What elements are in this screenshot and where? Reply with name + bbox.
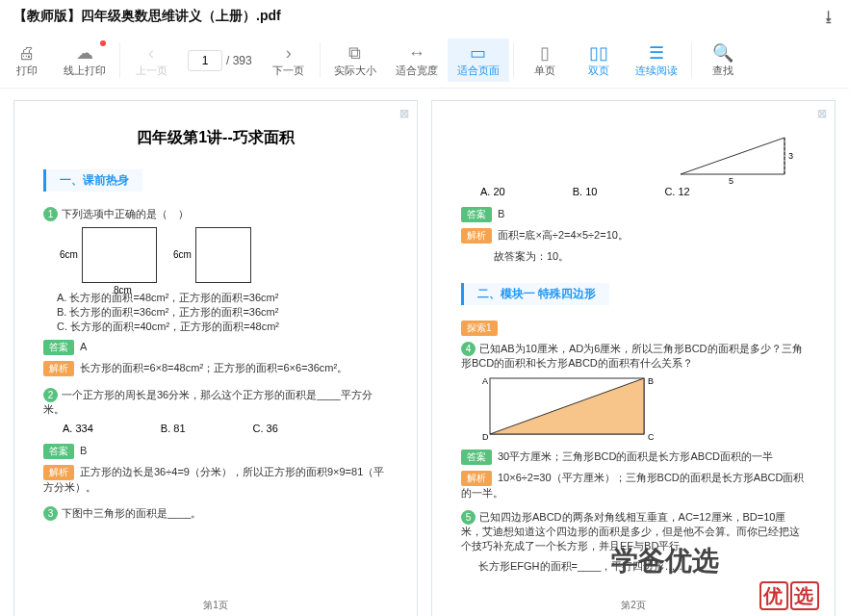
- question-2: 2一个正方形的周长是36分米，那么这个正方形的面积是____平方分米。: [43, 388, 388, 417]
- page-footer: 第1页: [14, 599, 417, 612]
- tri-choices: A. 20B. 10C. 12: [480, 186, 806, 197]
- rectangle-figure: 6cm8cm: [82, 227, 157, 283]
- toolbar: 🖨打印 ☁线上打印 ‹上一页 / 393 ›下一页 ⧉实际大小 ↔适合宽度 ▭适…: [0, 33, 849, 89]
- question-4: 4已知AB为10厘米，AD为6厘米，所以三角形BCD的面积是多少？三角形BCD的…: [461, 342, 806, 371]
- pdf-page-2: ⊠ 53 A. 20B. 10C. 12 答案B 解析面积=底×高÷2=4×5÷…: [431, 100, 836, 616]
- square-figure: 6cm: [195, 227, 251, 283]
- triangle-figure: 53: [681, 134, 796, 185]
- svg-marker-4: [490, 378, 644, 434]
- section-heading-2: 二、模块一 特殊四边形: [461, 283, 609, 305]
- answer-badge: 答案: [461, 207, 492, 222]
- download-icon[interactable]: ⭳: [822, 9, 836, 24]
- question-1: 1下列选项中正确的是（ ）: [43, 207, 388, 221]
- double-page-button[interactable]: ▯▯双页: [572, 38, 626, 82]
- question-number-3: 3: [43, 506, 58, 521]
- explain-badge: 解析: [461, 471, 492, 486]
- page-title: 四年级第1讲--巧求面积: [43, 128, 388, 148]
- watermark-icon: ⊠: [399, 107, 409, 120]
- pdf-viewer: ⊠ 四年级第1讲--巧求面积 一、课前热身 1下列选项中正确的是（ ） 6cm8…: [0, 89, 849, 616]
- question-3: 3下图中三角形的面积是____。: [43, 506, 388, 521]
- svg-text:5: 5: [729, 176, 733, 186]
- pdf-page-1: ⊠ 四年级第1讲--巧求面积 一、课前热身 1下列选项中正确的是（ ） 6cm8…: [13, 100, 418, 616]
- cloud-icon: ☁: [76, 42, 93, 64]
- notification-dot: [100, 40, 106, 46]
- question-number-1: 1: [43, 207, 58, 221]
- fit-page-button[interactable]: ▭适合页面: [448, 38, 509, 82]
- one-to-one-icon: ⧉: [348, 42, 361, 64]
- fit-width-icon: ↔: [408, 42, 425, 64]
- q2-options: A. 334B. 81C. 36: [63, 423, 388, 434]
- single-page-button[interactable]: ▯单页: [518, 38, 572, 82]
- svg-text:C: C: [648, 432, 655, 442]
- rect-triangle-figure: AB CD: [490, 378, 654, 442]
- page-total: / 393: [226, 54, 252, 67]
- single-page-icon: ▯: [540, 42, 550, 64]
- watermark-icon: ⊠: [817, 107, 827, 120]
- question-number-5: 5: [461, 510, 476, 525]
- svg-text:D: D: [482, 432, 489, 442]
- actual-size-button[interactable]: ⧉实际大小: [324, 38, 386, 82]
- page-footer: 第2页: [432, 599, 835, 612]
- question-number-2: 2: [43, 388, 58, 402]
- section-heading: 一、课前热身: [43, 169, 142, 192]
- page-input[interactable]: [188, 50, 222, 71]
- doc-title: 【教师版】四年级奥数思维讲义（上册）.pdf: [13, 8, 281, 25]
- answer-badge: 答案: [461, 449, 492, 465]
- find-button[interactable]: 🔍查找: [696, 38, 750, 82]
- continuous-icon: ☰: [649, 42, 664, 64]
- page-indicator: / 393: [178, 38, 262, 82]
- explore-badge: 探索1: [461, 321, 498, 336]
- fit-width-button[interactable]: ↔适合宽度: [386, 38, 448, 82]
- fit-page-icon: ▭: [470, 42, 486, 64]
- q1-options: A. 长方形的面积=48cm²，正方形的面积=36cm² B. 长方形的面积=3…: [57, 291, 388, 334]
- double-page-icon: ▯▯: [589, 42, 608, 64]
- print-icon: 🖨: [18, 42, 36, 64]
- chevron-right-icon: ›: [286, 42, 292, 64]
- explain-badge: 解析: [461, 228, 492, 244]
- answer-badge: 答案: [43, 444, 74, 459]
- prev-page-button: ‹上一页: [124, 38, 178, 82]
- print-button[interactable]: 🖨打印: [0, 38, 54, 82]
- svg-text:3: 3: [788, 151, 793, 161]
- svg-text:A: A: [482, 376, 488, 386]
- continuous-button[interactable]: ☰连续阅读: [626, 38, 687, 82]
- brand-text: 学爸优选: [611, 543, 719, 579]
- question-number-4: 4: [461, 342, 476, 356]
- next-page-button[interactable]: ›下一页: [262, 38, 316, 82]
- online-print-button[interactable]: ☁线上打印: [54, 38, 116, 82]
- search-icon: 🔍: [712, 42, 733, 64]
- figure-rects: 6cm8cm 6cm: [82, 227, 388, 283]
- explain-badge: 解析: [43, 465, 74, 480]
- svg-text:B: B: [648, 376, 654, 386]
- answer-badge: 答案: [43, 340, 74, 355]
- chevron-left-icon: ‹: [148, 42, 154, 64]
- explain-badge: 解析: [43, 361, 74, 376]
